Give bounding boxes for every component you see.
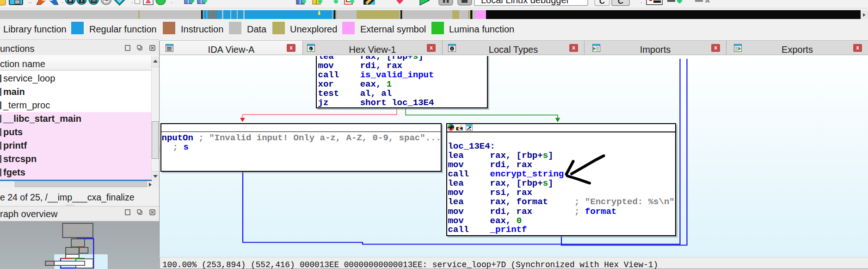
svg-text:C: C bbox=[599, 0, 605, 6]
svg-text:Local Linux debugger: Local Linux debugger bbox=[481, 0, 570, 5]
svg-text:C: C bbox=[618, 0, 623, 6]
svg-text:i: i bbox=[81, 0, 82, 3]
svg-text:!: ! bbox=[451, 47, 452, 51]
svg-text:#: # bbox=[69, 0, 72, 3]
